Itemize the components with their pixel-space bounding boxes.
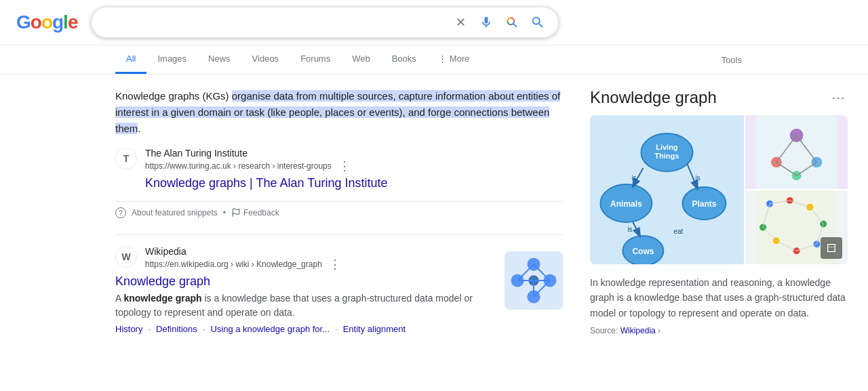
result-content-wikipedia: W Wikipedia https://en.wikipedia.org › w…	[115, 246, 494, 334]
header: Google knowledge graph ✕	[0, 0, 868, 45]
featured-snippet: Knowledge graphs (KGs) organise data fro…	[115, 88, 563, 218]
snippet-suffix: .	[138, 123, 140, 134]
kp-images[interactable]: Living Things Animals Plants Cows is is	[590, 115, 848, 264]
wikipedia-sub-links: History · Definitions · Using a knowledg…	[115, 324, 494, 334]
tab-books[interactable]: Books	[381, 45, 427, 74]
sub-link-using[interactable]: Using a knowledge graph for...	[210, 324, 330, 334]
search-input[interactable]: knowledge graph	[102, 16, 444, 28]
kp-more-button[interactable]: ⋯	[829, 88, 848, 107]
source-info-turing: The Alan Turing Institute https://www.tu…	[145, 148, 563, 190]
tools-button[interactable]: Tools	[711, 47, 753, 73]
feedback-label: Feedback	[243, 208, 279, 218]
sub-link-history[interactable]: History	[115, 324, 142, 334]
tab-news[interactable]: News	[197, 45, 241, 74]
kp-grid-image-2[interactable]	[745, 190, 848, 264]
wikipedia-source-name: Wikipedia	[145, 246, 494, 257]
expand-icon	[826, 243, 837, 253]
search-button[interactable]	[528, 13, 547, 32]
svg-text:Plants: Plants	[692, 199, 716, 209]
snippet-text: Knowledge graphs (KGs) organise data fro…	[115, 88, 563, 137]
snippet-prefix: Knowledge graphs (KGs)	[115, 90, 232, 102]
svg-text:eat: eat	[673, 228, 683, 235]
clear-icon: ✕	[456, 15, 466, 30]
tab-more[interactable]: ⋮ More	[427, 45, 481, 74]
source-avatar-turing: T	[115, 148, 137, 169]
tab-web[interactable]: Web	[341, 45, 381, 74]
wikipedia-result-desc: A knowledge graph is a knowledge base th…	[115, 291, 494, 320]
microphone-icon	[479, 16, 493, 29]
svg-point-34	[789, 129, 803, 142]
more-dots-icon: ⋮	[438, 54, 447, 64]
wiki-graph-thumbnail	[505, 251, 563, 310]
search-bar: knowledge graph ✕	[91, 7, 559, 38]
source-avatar-wikipedia: W	[115, 246, 137, 268]
kp-grid-svg-1	[745, 115, 848, 189]
wikipedia-result-title[interactable]: Knowledge graph	[115, 274, 494, 289]
kp-source-link[interactable]: Wikipedia	[620, 326, 656, 335]
svg-text:is: is	[695, 174, 700, 182]
tab-all[interactable]: All	[115, 45, 146, 74]
sub-link-sep-1: ·	[148, 324, 151, 334]
tab-videos[interactable]: Videos	[241, 45, 290, 74]
svg-text:Cows: Cows	[632, 247, 654, 256]
lens-button[interactable]	[502, 13, 521, 32]
separator-dot: •	[223, 208, 226, 218]
feedback-flag-icon	[231, 208, 241, 218]
source-info-wikipedia: Wikipedia https://en.wikipedia.org › wik…	[145, 246, 494, 272]
svg-point-36	[811, 157, 822, 167]
knowledge-panel: Knowledge graph ⋯ Living Things Animals …	[590, 88, 848, 350]
kp-grid-image-1[interactable]	[745, 115, 848, 189]
svg-point-35	[771, 157, 782, 167]
wikipedia-thumbnail[interactable]	[505, 251, 563, 310]
main-content: Knowledge graphs (KGs) organise data fro…	[0, 75, 868, 350]
kp-description: In knowledge representation and reasonin…	[590, 275, 848, 321]
knowledge-graph-svg: Living Things Animals Plants Cows is is	[590, 115, 744, 264]
voice-search-button[interactable]	[477, 13, 496, 32]
lens-icon	[505, 16, 519, 29]
source-more-icon[interactable]: ⋮	[338, 159, 351, 173]
help-circle-icon: ?	[115, 207, 126, 218]
sub-link-definitions[interactable]: Definitions	[156, 324, 197, 334]
nav-tabs: All Images News Videos Forums Web Books …	[0, 45, 868, 75]
wikipedia-url: https://en.wikipedia.org › wiki › Knowle…	[145, 257, 494, 272]
search-icons-group: ✕	[451, 13, 547, 32]
kp-source-prefix: Source:	[590, 326, 620, 335]
google-logo[interactable]: Google	[16, 12, 77, 33]
svg-line-28	[633, 222, 639, 236]
svg-point-37	[791, 171, 801, 180]
result-source-wikipedia: W Wikipedia https://en.wikipedia.org › w…	[115, 246, 494, 272]
kp-main-image[interactable]: Living Things Animals Plants Cows is is	[590, 115, 744, 264]
source-url-turing: https://www.turing.ac.uk › research › in…	[145, 159, 563, 173]
search-icon	[530, 15, 545, 30]
svg-text:Things: Things	[654, 152, 679, 160]
featured-source: T The Alan Turing Institute https://www.…	[115, 148, 563, 190]
sub-link-sep-2: ·	[203, 324, 205, 334]
svg-text:is: is	[627, 226, 632, 233]
svg-point-48	[793, 247, 800, 254]
featured-source-link[interactable]: Knowledge graphs | The Alan Turing Insti…	[145, 176, 563, 190]
svg-text:is: is	[631, 174, 636, 182]
svg-text:Animals: Animals	[610, 199, 642, 209]
sub-link-entity-alignment[interactable]: Entity alignment	[343, 324, 406, 334]
desc-bold: knowledge graph	[123, 293, 201, 304]
kp-expand-button[interactable]	[821, 237, 842, 259]
svg-line-4	[514, 24, 517, 27]
source-name-turing: The Alan Turing Institute	[145, 148, 563, 159]
table-row: W Wikipedia https://en.wikipedia.org › w…	[115, 246, 563, 334]
kp-more-icon: ⋯	[831, 89, 845, 106]
results-column: Knowledge graphs (KGs) organise data fro…	[115, 88, 563, 350]
svg-text:Living: Living	[656, 143, 677, 151]
about-snippets-link[interactable]: About featured snippets	[132, 208, 218, 218]
kp-source: Source: Wikipedia ›	[590, 326, 848, 335]
wikipedia-more-icon[interactable]: ⋮	[329, 257, 341, 272]
result-divider	[115, 234, 563, 235]
tab-forums[interactable]: Forums	[290, 45, 341, 74]
kp-title: Knowledge graph	[590, 88, 717, 107]
clear-button[interactable]: ✕	[451, 13, 470, 32]
kp-source-arrow: ›	[656, 326, 660, 335]
sub-link-sep-3: ·	[335, 324, 338, 334]
feedback-link[interactable]: Feedback	[231, 208, 279, 218]
kp-header: Knowledge graph ⋯	[590, 88, 848, 107]
snippet-meta: ? About featured snippets • Feedback	[115, 201, 563, 218]
tab-images[interactable]: Images	[146, 45, 197, 74]
